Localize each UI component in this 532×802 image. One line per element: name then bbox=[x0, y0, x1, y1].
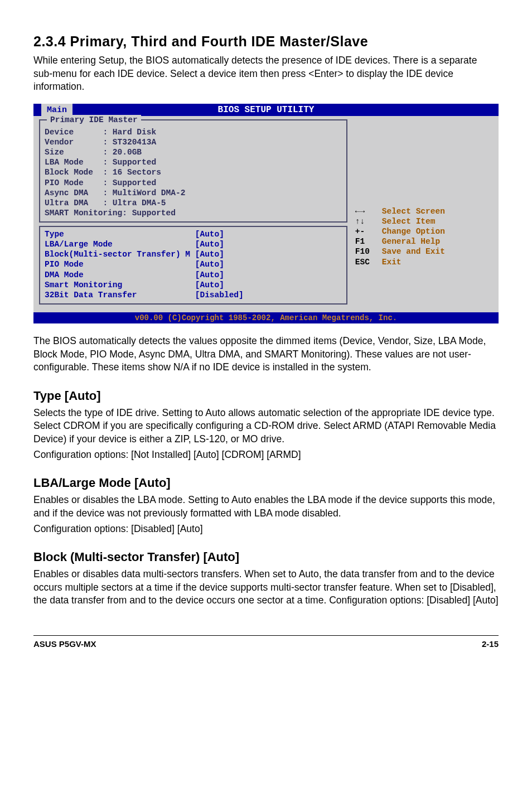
bios-legend-row: +-Change Option bbox=[355, 226, 491, 236]
subsection-heading: Type [Auto] bbox=[33, 389, 499, 403]
bios-title-bar: BIOS SETUP UTILITY Main bbox=[33, 104, 499, 116]
legend-desc: Select Item bbox=[382, 216, 436, 226]
legend-desc: General Help bbox=[382, 236, 440, 247]
bios-detected-row: Vendor : ST320413A bbox=[45, 137, 342, 147]
bios-detected-row: SMART Monitoring: Supported bbox=[45, 208, 342, 218]
legend-key: ←→ bbox=[355, 206, 382, 216]
bios-option-row[interactable]: Type [Auto] bbox=[45, 229, 342, 239]
bios-options-panel: Type [Auto]LBA/Large Mode [Auto]Block(Mu… bbox=[39, 226, 347, 305]
bios-legend-row: F10Save and Exit bbox=[355, 247, 491, 257]
bios-detected-row: Async DMA : MultiWord DMA-2 bbox=[45, 188, 342, 198]
bios-left-column: Primary IDE Master Device : Hard DiskVen… bbox=[39, 119, 347, 308]
bios-option-row[interactable]: 32Bit Data Transfer [Disabled] bbox=[45, 290, 342, 300]
legend-key: ESC bbox=[355, 257, 382, 267]
legend-desc: Select Screen bbox=[382, 206, 445, 216]
bios-panel-title: Primary IDE Master bbox=[47, 115, 141, 125]
bios-detected-row: PIO Mode : Supported bbox=[45, 178, 342, 188]
after-bios-paragraph: The BIOS automatically detects the value… bbox=[33, 335, 499, 374]
subsection-heading: Block (Multi-sector Transfer) [Auto] bbox=[33, 550, 499, 564]
bios-option-row[interactable]: LBA/Large Mode [Auto] bbox=[45, 239, 342, 249]
page-footer: ASUS P5GV-MX 2-15 bbox=[33, 635, 499, 649]
legend-desc: Save and Exit bbox=[382, 247, 445, 257]
section-heading: 2.3.4 Primary, Third and Fourth IDE Mast… bbox=[33, 33, 499, 50]
subsection-paragraph: Selects the type of IDE drive. Setting t… bbox=[33, 407, 499, 446]
subsection-paragraph: Enables or disables data multi-sectors t… bbox=[33, 568, 499, 607]
bios-detected-row: Device : Hard Disk bbox=[45, 127, 342, 137]
bios-title: BIOS SETUP UTILITY bbox=[218, 105, 315, 115]
legend-desc: Exit bbox=[382, 257, 402, 267]
bios-copyright-footer: v00.00 (C)Copyright 1985-2002, American … bbox=[33, 312, 499, 323]
legend-key: ↑↓ bbox=[355, 216, 382, 226]
bios-option-row[interactable]: Smart Monitoring [Auto] bbox=[45, 280, 342, 290]
bios-legend-row: ↑↓Select Item bbox=[355, 216, 491, 226]
bios-legend-row: ESCExit bbox=[355, 257, 491, 267]
bios-detected-row: Size : 20.0GB bbox=[45, 147, 342, 157]
bios-detected-row: Ultra DMA : Ultra DMA-5 bbox=[45, 198, 342, 208]
bios-body: Primary IDE Master Device : Hard DiskVen… bbox=[33, 116, 499, 312]
legend-key: F10 bbox=[355, 247, 382, 257]
bios-option-row[interactable]: Block(Multi-sector Transfer) M [Auto] bbox=[45, 249, 342, 259]
subsection-paragraph: Configuration options: [Not Installed] [… bbox=[33, 448, 499, 462]
subsection-heading: LBA/Large Mode [Auto] bbox=[33, 476, 499, 490]
bios-screenshot: BIOS SETUP UTILITY Main Primary IDE Mast… bbox=[33, 104, 499, 323]
bios-detected-panel: Primary IDE Master Device : Hard DiskVen… bbox=[39, 119, 347, 223]
footer-page-number: 2-15 bbox=[482, 639, 499, 649]
subsection-paragraph: Configuration options: [Disabled] [Auto] bbox=[33, 523, 499, 536]
legend-key: +- bbox=[355, 226, 382, 236]
bios-legend-row: F1General Help bbox=[355, 236, 491, 247]
bios-detected-row: LBA Mode : Supported bbox=[45, 157, 342, 167]
subsection-paragraph: Enables or disables the LBA mode. Settin… bbox=[33, 494, 499, 520]
legend-desc: Change Option bbox=[382, 226, 445, 236]
bios-legend: ←→Select Screen↑↓Select Item+-Change Opt… bbox=[353, 203, 493, 268]
legend-key: F1 bbox=[355, 236, 382, 247]
bios-right-column: ←→Select Screen↑↓Select Item+-Change Opt… bbox=[353, 119, 493, 308]
footer-product: ASUS P5GV-MX bbox=[33, 639, 96, 649]
bios-detected-row: Block Mode : 16 Sectors bbox=[45, 167, 342, 177]
bios-option-row[interactable]: PIO Mode [Auto] bbox=[45, 259, 342, 269]
bios-legend-row: ←→Select Screen bbox=[355, 206, 491, 216]
intro-paragraph: While entering Setup, the BIOS automatic… bbox=[33, 54, 499, 94]
bios-option-row[interactable]: DMA Mode [Auto] bbox=[45, 270, 342, 280]
